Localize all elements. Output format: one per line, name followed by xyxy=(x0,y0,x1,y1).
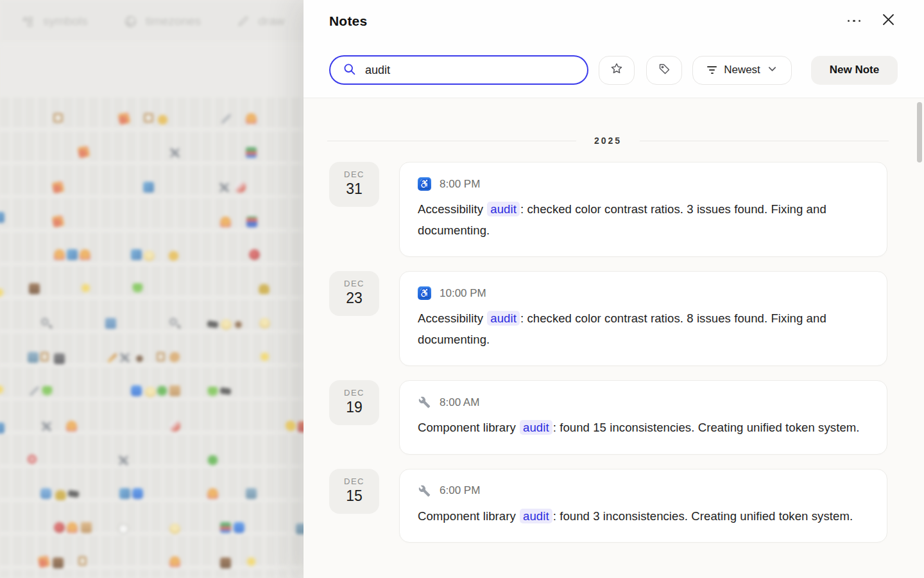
search-highlight: audit xyxy=(520,509,552,523)
background-app: symbols timezones draw xyxy=(0,0,308,578)
tag-icon xyxy=(658,62,671,78)
note-text: Accessibility audit: checked color contr… xyxy=(418,199,869,241)
date-month: DEC xyxy=(329,170,379,179)
note-card[interactable]: ♿ 8:00 PM Accessibility audit: checked c… xyxy=(399,162,887,257)
search-highlight: audit xyxy=(520,420,552,435)
date-month: DEC xyxy=(329,279,379,288)
date-day: 15 xyxy=(329,487,379,505)
note-entry: DEC 15 6:00 PM Component library audit: … xyxy=(304,469,924,543)
new-note-button[interactable]: New Note xyxy=(811,56,898,85)
note-time: 10:00 PM xyxy=(440,287,486,300)
note-entry: DEC 31 ♿ 8:00 PM Accessibility audit: ch… xyxy=(304,162,924,257)
accessibility-icon: ♿ xyxy=(418,286,431,300)
note-entry: DEC 19 8:00 AM Component library audit: … xyxy=(304,380,924,455)
chevron-down-icon xyxy=(767,64,777,76)
date-chip: DEC 19 xyxy=(329,380,379,425)
note-time: 8:00 AM xyxy=(440,396,479,409)
year-label: 2025 xyxy=(594,136,622,146)
note-meta: 6:00 PM xyxy=(418,484,869,498)
ellipsis-icon xyxy=(848,20,850,22)
note-text: Component library audit: found 15 incons… xyxy=(418,417,869,439)
tags-filter-button[interactable] xyxy=(646,56,682,85)
close-button[interactable] xyxy=(881,12,896,30)
note-meta: ♿ 10:00 PM xyxy=(418,286,869,300)
date-day: 19 xyxy=(329,399,379,416)
scrollbar-thumb[interactable] xyxy=(917,102,922,162)
search-input[interactable] xyxy=(365,64,587,77)
note-meta: 8:00 AM xyxy=(418,396,869,409)
note-text: Accessibility audit: checked color contr… xyxy=(418,308,869,350)
date-chip: DEC 23 xyxy=(329,271,379,316)
notes-list: 2025 DEC 31 ♿ 8:00 PM Accessibility audi… xyxy=(304,98,924,578)
date-day: 23 xyxy=(329,290,379,307)
toolbar: Newest New Note xyxy=(304,42,924,98)
more-options-button[interactable] xyxy=(846,16,862,26)
note-time: 6:00 PM xyxy=(440,484,480,497)
panel-header: Notes xyxy=(304,0,924,42)
date-month: DEC xyxy=(329,477,379,486)
note-text: Component library audit: found 3 inconsi… xyxy=(418,506,869,527)
search-highlight: audit xyxy=(487,311,520,326)
note-time: 8:00 PM xyxy=(440,178,480,191)
search-box[interactable] xyxy=(329,55,588,85)
note-card[interactable]: 8:00 AM Component library audit: found 1… xyxy=(399,380,887,455)
note-card[interactable]: 6:00 PM Component library audit: found 3… xyxy=(399,469,887,543)
wrench-icon xyxy=(418,484,431,498)
close-icon xyxy=(882,13,894,28)
date-month: DEC xyxy=(329,388,379,398)
search-icon xyxy=(343,62,356,78)
note-entry: DEC 23 ♿ 10:00 PM Accessibility audit: c… xyxy=(304,271,924,366)
notes-panel: Notes xyxy=(304,0,924,578)
page-title: Notes xyxy=(329,13,367,29)
date-day: 31 xyxy=(329,180,379,198)
star-icon xyxy=(610,62,624,78)
date-chip: DEC 15 xyxy=(329,469,379,514)
favorites-filter-button[interactable] xyxy=(599,56,635,85)
note-card[interactable]: ♿ 10:00 PM Accessibility audit: checked … xyxy=(399,271,887,366)
modal-dim-overlay xyxy=(0,0,308,578)
sort-lines-icon xyxy=(707,66,717,74)
search-highlight: audit xyxy=(487,202,520,216)
note-meta: ♿ 8:00 PM xyxy=(418,177,869,191)
date-chip: DEC 31 xyxy=(329,162,379,207)
sort-dropdown[interactable]: Newest xyxy=(692,56,792,85)
sort-selected-value: Newest xyxy=(724,64,760,76)
year-divider: 2025 xyxy=(327,136,889,146)
entries-container: DEC 31 ♿ 8:00 PM Accessibility audit: ch… xyxy=(304,162,924,543)
accessibility-icon: ♿ xyxy=(418,177,431,191)
wrench-icon xyxy=(418,396,431,409)
